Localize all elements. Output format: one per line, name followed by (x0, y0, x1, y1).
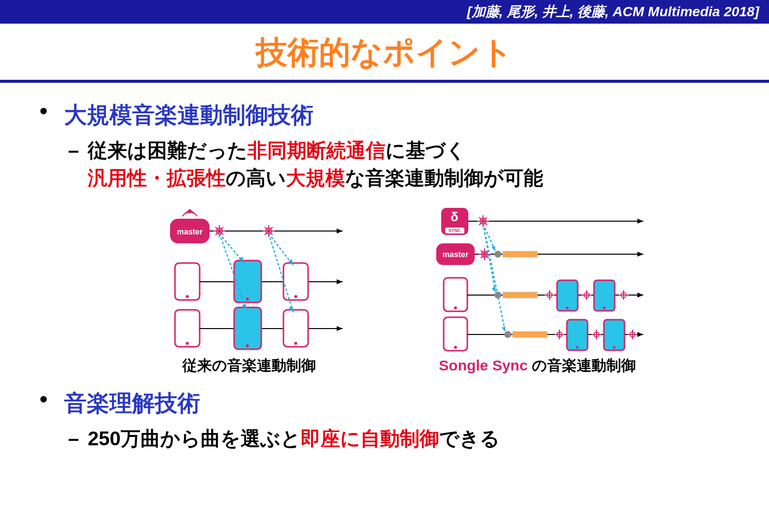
svg-point-64 (566, 307, 569, 309)
device-outline (444, 278, 467, 311)
diagram-left-svg: master (145, 204, 352, 352)
diagram-right-svg: δ SYNC master (421, 204, 653, 352)
content-area: 大規模音楽連動制御技術 従来は困難だった非同期断続通信に基づく 汎用性・拡張性の… (0, 83, 769, 452)
svg-rect-54 (444, 278, 467, 311)
master-label: master (443, 250, 468, 259)
svg-point-83 (576, 346, 579, 349)
svg-point-20 (294, 295, 297, 298)
spark-icon (619, 290, 629, 300)
bullet-1: 大規模音楽連動制御技術 従来は困難だった非同期断続通信に基づく 汎用性・拡張性の… (35, 100, 734, 376)
header-bar: [加藤, 尾形, 井上, 後藤, ACM Multimedia 2018] (0, 0, 769, 24)
device-outline (175, 263, 200, 300)
master-label: master (177, 228, 203, 236)
spark-icon (545, 290, 555, 300)
svg-point-74 (454, 346, 457, 349)
svg-marker-96 (492, 287, 495, 293)
spark-icon (628, 330, 637, 339)
sync-label: SYNC (448, 228, 461, 233)
bullet-2-heading: 音楽理解技術 (64, 388, 734, 419)
header-citation: [加藤, 尾形, 井上, 後藤, ACM Multimedia 2018] (467, 2, 759, 21)
svg-point-26 (246, 344, 249, 347)
svg-rect-68 (594, 280, 615, 311)
svg-rect-73 (444, 317, 467, 351)
b1-sub-seg5: の高い (226, 167, 286, 189)
bullet-2-sub: 250万曲から曲を選ぶと即座に自動制御できる (64, 425, 734, 452)
b2-sub-seg2: 即座に自動制御 (301, 428, 439, 449)
svg-rect-82 (567, 320, 588, 350)
svg-marker-95 (491, 246, 495, 251)
diagram-right: δ SYNC master (421, 204, 653, 376)
device-filled (567, 320, 588, 350)
diagram-row: master (64, 204, 734, 376)
b1-sub-seg7: な音楽連動制御が可能 (345, 167, 543, 189)
svg-marker-24 (337, 326, 343, 331)
device-filled (234, 261, 261, 302)
device-filled (594, 280, 615, 311)
b1-sub-seg4: 汎用性・拡張性 (88, 167, 226, 189)
title-area: 技術的なポイント (0, 24, 769, 83)
svg-marker-2 (337, 229, 343, 233)
svg-point-52 (494, 251, 501, 258)
device-filled (557, 280, 578, 311)
svg-rect-27 (283, 310, 308, 347)
device-outline (175, 310, 200, 347)
diagram-right-caption: Songle Sync の音楽連動制御 (439, 356, 635, 376)
device-filled (234, 307, 261, 349)
svg-point-18 (246, 298, 249, 300)
spark-icon (555, 330, 564, 339)
b1-sub-seg6: 大規模 (286, 167, 345, 189)
diagram-left-caption: 従来の音楽連動制御 (182, 356, 316, 376)
svg-marker-46 (637, 252, 643, 257)
svg-point-28 (294, 342, 297, 345)
diagram-left: master (145, 204, 352, 376)
caption-prefix: Songle Sync (439, 357, 527, 373)
device-outline (283, 310, 308, 347)
spark-icon (582, 290, 592, 300)
svg-marker-39 (637, 219, 643, 224)
spark-icon (592, 330, 601, 339)
svg-rect-78 (513, 332, 547, 337)
svg-marker-76 (637, 332, 643, 337)
b2-sub-seg3: できる (439, 428, 500, 449)
sync-glyph: δ (451, 209, 458, 224)
b1-sub-seg3: に基づく (385, 139, 466, 161)
svg-point-69 (603, 307, 606, 309)
svg-line-94 (483, 224, 505, 332)
bullet-1-sub: 従来は困難だった非同期断続通信に基づく 汎用性・拡張性の高い大規模な音楽連動制御… (64, 136, 734, 192)
b1-sub-seg2: 非同期断続通信 (247, 139, 385, 161)
svg-rect-25 (234, 307, 261, 349)
svg-point-55 (454, 306, 457, 309)
svg-marker-16 (337, 279, 343, 284)
bullet-1-heading: 大規模音楽連動制御技術 (64, 100, 734, 131)
b2-sub-seg1: 250万曲から曲を選ぶと (88, 428, 301, 449)
svg-rect-87 (604, 320, 625, 350)
svg-marker-97 (502, 327, 505, 332)
svg-rect-17 (234, 261, 261, 302)
svg-point-77 (504, 331, 511, 338)
svg-rect-21 (175, 310, 200, 347)
caption-suffix: の音楽連動制御 (527, 357, 635, 373)
device-filled (604, 320, 625, 350)
svg-rect-13 (175, 263, 200, 300)
svg-point-88 (613, 346, 616, 349)
svg-marker-57 (637, 293, 643, 298)
bullet-2: 音楽理解技術 250万曲から曲を選ぶと即座に自動制御できる (35, 388, 734, 452)
svg-rect-63 (557, 280, 578, 311)
svg-rect-59 (503, 292, 537, 298)
svg-point-22 (186, 342, 189, 345)
svg-rect-53 (503, 251, 537, 257)
svg-point-14 (186, 295, 189, 298)
antenna-icon (182, 209, 197, 216)
device-outline (444, 317, 467, 351)
b1-sub-seg1: 従来は困難だった (88, 139, 247, 161)
slide-title: 技術的なポイント (0, 31, 769, 74)
